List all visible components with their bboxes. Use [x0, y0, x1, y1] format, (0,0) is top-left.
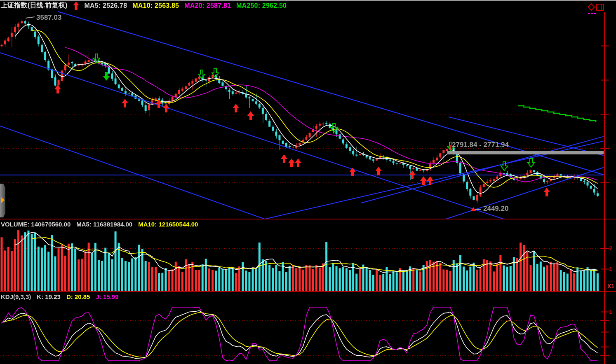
volume-kdj-separator	[0, 291, 616, 292]
magenta-dash-icon	[588, 13, 590, 14]
split-window-icon[interactable]	[596, 4, 604, 12]
kdj-label: KDJ(9,3,3)	[1, 293, 31, 300]
kdj-j-readout: J: 15.99	[96, 293, 118, 300]
volume-ma10-readout: MA10: 121650544.00	[138, 221, 198, 228]
main-volume-separator	[0, 219, 616, 219]
expand-arrow-icon	[1, 197, 5, 203]
main-chart-header: 上证指数(日线.前复权) MA5: 2526.78 MA10: 2563.85 …	[1, 1, 287, 10]
stock-chart-app: 上证指数(日线.前复权) MA5: 2526.78 MA10: 2563.85 …	[0, 0, 616, 364]
kdj-d-readout: D: 20.85	[66, 293, 90, 300]
range-band-annotation: 2791.84 - 2771.94	[452, 141, 509, 149]
high-price-annotation: 3587.03	[36, 14, 61, 22]
right-price-axis	[604, 12, 605, 364]
volume-ma5-readout: MA5: 116381984.00	[76, 221, 132, 228]
magenta-dash-icon	[594, 13, 596, 14]
magenta-dash-icon	[591, 13, 593, 14]
up-arrow-icon	[73, 2, 79, 10]
ma20-readout: MA20: 2587.81	[184, 2, 231, 9]
ma250-readout: MA250: 2962.50	[236, 2, 287, 9]
sidebar-slide-tab[interactable]	[0, 184, 5, 217]
volume-header: VOLUME: 140670560.00 MA5: 116381984.00 M…	[1, 221, 198, 228]
volume-readout: VOLUME: 140670560.00	[1, 221, 71, 228]
top-hairline	[0, 0, 616, 1]
chart-toolbar	[587, 3, 605, 15]
period-scale-box[interactable]: X1	[606, 282, 616, 291]
kdj-header: KDJ(9,3,3) K: 19.23 D: 20.85 J: 15.99	[1, 293, 119, 300]
symbol-title: 上证指数(日线.前复权)	[1, 1, 68, 10]
diamond-marker-icon[interactable]	[587, 3, 595, 13]
ma10-readout: MA10: 2563.85	[132, 2, 179, 9]
chart-canvas[interactable]	[0, 0, 616, 364]
kdj-k-readout: K: 19.23	[37, 293, 61, 300]
ma5-readout: MA5: 2526.78	[85, 2, 127, 9]
volume-axis-label-2: 2	[609, 245, 612, 252]
volume-axis-label-1: 1	[609, 265, 612, 272]
low-price-annotation: 2449.20	[483, 205, 508, 213]
kdj-axis-label-100: 1	[609, 308, 612, 315]
